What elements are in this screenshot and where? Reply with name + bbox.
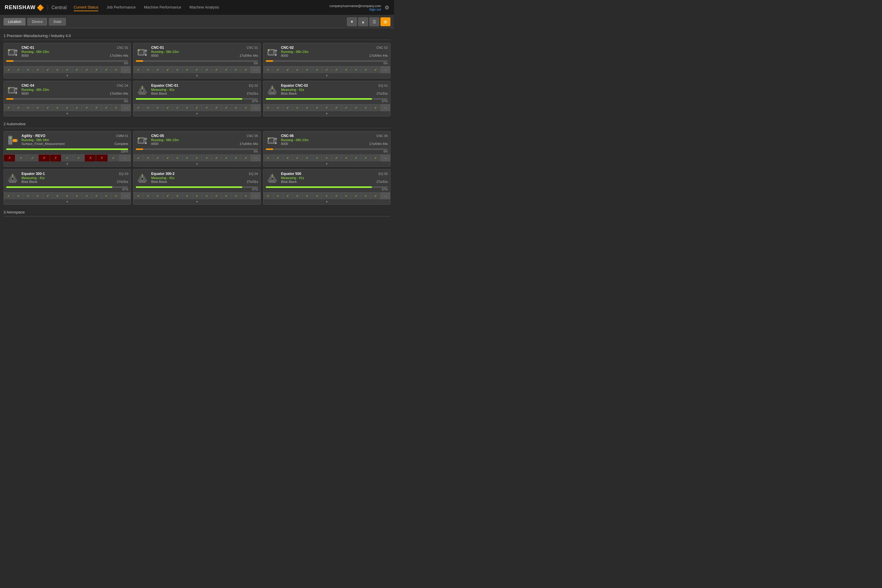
check-cell-ok: ✓ (33, 193, 43, 200)
check-row: ✓✓✓✓✓✓✓✓✓✓✓✓··· (134, 154, 260, 161)
check-cell-ok: ✓ (172, 66, 182, 73)
view-grid-btn[interactable]: ⊞ (380, 17, 390, 26)
check-more-btn[interactable]: ··· (381, 154, 390, 161)
nav-machine-analysis[interactable]: Machine Analysis (190, 4, 219, 11)
svg-rect-2 (15, 50, 17, 51)
card-name-row: CNC-01 CNC 01 (21, 46, 128, 50)
expand-btn[interactable]: ▼ (134, 111, 260, 116)
card-metric1: Blisk Blank (151, 92, 167, 95)
logo: RENISHAW 🔶 Central (5, 4, 67, 11)
check-cell-ok: ✓ (202, 104, 212, 111)
svg-rect-44 (269, 138, 273, 142)
svg-rect-34 (10, 137, 11, 138)
svg-rect-60 (269, 181, 276, 183)
machine-card: Equator 300-2 EQ 04 Measuring - 41s Blis… (133, 169, 261, 205)
card-machine-type: EQ 05 (379, 172, 388, 176)
check-cell-ok: ✓ (43, 193, 52, 200)
svg-rect-56 (139, 181, 146, 183)
card-metric2: 17s/04m 44s (240, 142, 258, 146)
svg-rect-17 (268, 50, 269, 51)
card-header: CNC-05 CNC 05 Running - 06h 23m 8000 17s… (134, 131, 260, 148)
card-metric1: Blisk Blank (281, 92, 297, 95)
check-more-btn[interactable]: ··· (121, 104, 130, 111)
check-cell-ok: ✓ (102, 104, 111, 111)
machine-card: CNC-04 CNC 04 Running - 06h 23m 8000 17s… (3, 81, 131, 116)
check-cell-fail: ✗ (4, 154, 15, 161)
location-button[interactable]: Location (3, 18, 26, 26)
check-more-btn[interactable]: ··· (251, 66, 260, 73)
svg-rect-11 (138, 50, 140, 51)
view-down-btn[interactable]: ▼ (347, 17, 357, 26)
check-cell-ok: ✓ (263, 193, 273, 200)
card-header: CNC-04 CNC 04 Running - 06h 23m 8000 17s… (4, 81, 130, 98)
state-button[interactable]: State (49, 18, 66, 26)
check-cell-ok: ✓ (283, 154, 292, 161)
check-more-btn[interactable]: ··· (381, 193, 390, 200)
check-cell-ok: ✓ (292, 193, 302, 200)
check-more-btn[interactable]: ··· (381, 104, 390, 111)
check-cell-ok: ✓ (27, 154, 39, 161)
check-cell-ok: ✓ (192, 193, 202, 200)
machine-icon (266, 84, 279, 96)
card-metric2: 17s/04m 44s (110, 54, 128, 57)
check-more-btn[interactable]: ··· (251, 193, 260, 200)
svg-point-25 (141, 89, 144, 92)
expand-btn[interactable]: ▼ (134, 200, 260, 204)
card-progress: 87% (263, 98, 390, 104)
check-cell-ok: ✓ (24, 66, 33, 73)
cards-grid: CNC-01 CNC 01 Running - 06h 23m 8000 17s… (3, 43, 390, 116)
check-cell-ok: ✓ (92, 66, 101, 73)
card-machine-type: EQ 04 (249, 172, 258, 176)
check-more-btn[interactable]: ··· (121, 66, 130, 73)
card-metrics: Blisk Blank 27s/31s (151, 92, 258, 95)
sign-out-link[interactable]: Sign out (330, 8, 381, 11)
expand-btn[interactable]: ▼ (263, 73, 390, 78)
card-header: CNC-06 CNC 06 Running - 06h 23m 8000 17s… (263, 131, 390, 148)
card-metric1: 8000 (151, 54, 158, 57)
svg-point-47 (275, 142, 277, 144)
expand-btn[interactable]: ▼ (4, 200, 130, 204)
card-machine-type: CNC 02 (376, 46, 388, 50)
nav-job-performance[interactable]: Job Performance (106, 4, 135, 11)
check-more-btn[interactable]: ··· (251, 154, 260, 161)
expand-btn[interactable]: ▼ (263, 200, 390, 204)
expand-btn[interactable]: ▼ (134, 73, 260, 78)
check-more-btn[interactable]: ··· (121, 193, 130, 200)
expand-btn[interactable]: ▼ (4, 161, 130, 166)
expand-btn[interactable]: ▼ (263, 161, 390, 166)
view-up-btn[interactable]: ▲ (358, 17, 368, 26)
card-status: Measuring - 41s (21, 176, 128, 180)
expand-btn[interactable]: ▼ (263, 111, 390, 116)
machine-card: CNC-06 CNC 06 Running - 06h 23m 8000 17s… (263, 131, 390, 167)
expand-btn[interactable]: ▼ (4, 73, 130, 78)
card-progress: 6% (4, 60, 130, 66)
check-cell-ok: ✓ (33, 66, 43, 73)
check-cell-ok: ✓ (163, 66, 172, 73)
check-more-btn[interactable]: ··· (119, 154, 130, 161)
nav-current-status[interactable]: Current Status (74, 4, 99, 11)
card-metric1: 8000 (281, 142, 288, 146)
expand-btn[interactable]: ▼ (4, 111, 130, 116)
nav-machine-performance[interactable]: Machine Performance (144, 4, 181, 11)
card-metric1: Blisk Blank (151, 180, 167, 183)
card-status: Running - 06h 23m (21, 88, 128, 92)
card-metric2: 27s/31s (376, 180, 388, 183)
check-more-btn[interactable]: ··· (251, 104, 260, 111)
machine-card: CNC-02 CNC 02 Running - 06h 23m 8000 17s… (263, 43, 390, 78)
svg-rect-46 (275, 140, 276, 142)
view-list-btn[interactable]: ☰ (369, 17, 379, 26)
card-progress: 6% (134, 60, 260, 66)
machine-icon (6, 84, 19, 96)
card-progress: 6% (263, 60, 390, 66)
settings-icon[interactable]: ⚙ (384, 4, 389, 11)
svg-point-4 (15, 54, 17, 56)
check-cell-ok: ✓ (212, 66, 221, 73)
expand-btn[interactable]: ▼ (134, 161, 260, 166)
card-name-row: CNC-04 CNC 04 (21, 84, 128, 88)
check-cell-ok: ✓ (153, 193, 163, 200)
logo-central: Central (48, 5, 67, 10)
device-button[interactable]: Device (27, 18, 47, 26)
card-name-row: Equator 500 EQ 05 (281, 172, 388, 176)
check-more-btn[interactable]: ··· (381, 66, 390, 73)
progress-pct: 6% (6, 62, 128, 65)
